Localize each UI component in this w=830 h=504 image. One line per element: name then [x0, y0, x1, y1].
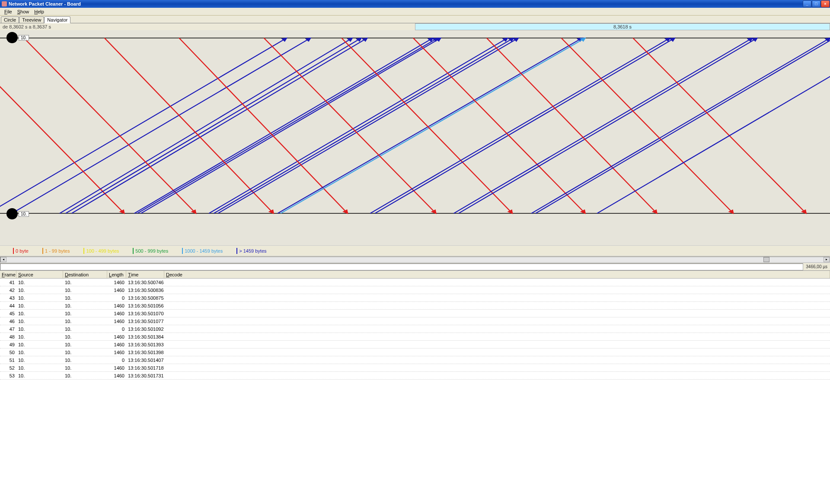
- table-row[interactable]: 4910.10.146013:16:30.501393: [0, 341, 830, 349]
- table-cell: 10.: [16, 288, 63, 293]
- hscroll-row: ◂ ▸: [0, 256, 830, 263]
- packet-table: Frame Source Destination Length Time Dec…: [0, 270, 830, 504]
- table-cell: 13:16:30.501718: [126, 365, 164, 371]
- menu-file[interactable]: File: [2, 9, 15, 15]
- svg-line-19: [264, 38, 436, 213]
- legend-color-icon: [83, 248, 84, 254]
- legend: 0 byte1 - 99 bytes100 - 499 bytes500 - 9…: [0, 245, 830, 256]
- table-row[interactable]: 4210.10.146013:16:30.500836: [0, 286, 830, 294]
- table-cell: 10.: [63, 350, 107, 355]
- svg-line-25: [459, 38, 757, 213]
- table-cell: 53: [0, 373, 16, 378]
- table-row[interactable]: 4410.10.146013:16:30.501056: [0, 302, 830, 310]
- table-header: Frame Source Destination Length Time Dec…: [0, 271, 830, 279]
- filter-input[interactable]: [0, 263, 803, 270]
- app-icon: [2, 1, 7, 6]
- table-cell: 13:16:30.501398: [126, 350, 164, 355]
- svg-line-22: [375, 38, 674, 213]
- table-row[interactable]: 4510.10.146013:16:30.501070: [0, 310, 830, 317]
- legend-color-icon: [42, 248, 43, 254]
- table-row[interactable]: 4710.10.013:16:30.501092: [0, 325, 830, 333]
- table-cell: 13:16:30.501092: [126, 326, 164, 332]
- svg-line-31: [597, 38, 830, 213]
- scroll-thumb[interactable]: [763, 257, 769, 262]
- legend-item: > 1459 bytes: [236, 248, 266, 254]
- col-header-time[interactable]: Time: [126, 271, 164, 278]
- svg-line-11: [141, 38, 441, 213]
- table-cell: 13:16:30.500746: [126, 280, 164, 285]
- table-body[interactable]: 4110.10.146013:16:30.5007464210.10.14601…: [0, 279, 830, 504]
- legend-label: 1 - 99 bytes: [45, 248, 70, 254]
- legend-color-icon: [236, 248, 237, 254]
- menu-help[interactable]: Help: [32, 9, 47, 15]
- svg-line-10: [137, 38, 438, 213]
- svg-line-3: [12, 38, 311, 213]
- table-cell: 10.: [63, 373, 107, 378]
- table-cell: 10.: [63, 280, 107, 285]
- table-row[interactable]: 5210.10.146013:16:30.501718: [0, 364, 830, 372]
- legend-color-icon: [133, 248, 134, 254]
- col-header-dest[interactable]: Destination: [63, 271, 107, 278]
- col-header-frame[interactable]: Frame: [0, 271, 16, 278]
- table-cell: 46: [0, 319, 16, 324]
- host-label-top: 10.: [19, 35, 29, 41]
- span-time-label: 3466,00 µs: [803, 264, 830, 269]
- table-cell: 10.: [16, 334, 63, 339]
- table-row[interactable]: 4810.10.146013:16:30.501384: [0, 333, 830, 341]
- table-cell: 13:16:30.501407: [126, 358, 164, 363]
- scroll-left-button[interactable]: ◂: [0, 257, 6, 262]
- svg-line-5: [60, 38, 352, 213]
- col-header-length[interactable]: Length: [107, 271, 126, 278]
- table-row[interactable]: 5110.10.013:16:30.501407: [0, 356, 830, 364]
- table-cell: 13:16:30.500836: [126, 288, 164, 293]
- table-row[interactable]: 5010.10.146013:16:30.501398: [0, 349, 830, 356]
- menu-show[interactable]: Show: [15, 9, 32, 15]
- table-cell: 10.: [63, 303, 107, 308]
- svg-line-9: [134, 38, 433, 213]
- scroll-right-button[interactable]: ▸: [824, 257, 830, 262]
- svg-line-18: [281, 38, 585, 213]
- horizontal-scrollbar[interactable]: ◂ ▸: [0, 257, 830, 263]
- legend-item: 0 byte: [13, 248, 29, 254]
- table-cell: 1460: [107, 311, 126, 316]
- table-row[interactable]: 4110.10.146013:16:30.500746: [0, 279, 830, 286]
- legend-item: 1 - 99 bytes: [42, 248, 70, 254]
- table-cell: 10.: [63, 358, 107, 363]
- table-cell: 47: [0, 326, 16, 332]
- maximize-button[interactable]: □: [812, 0, 820, 7]
- svg-line-13: [209, 38, 508, 213]
- tabbar: Circle Treeview Navigator: [0, 16, 830, 23]
- table-cell: 10.: [63, 334, 107, 339]
- col-header-decode[interactable]: Decode: [164, 271, 830, 278]
- menubar: File Show Help: [0, 8, 830, 16]
- table-cell: 10.: [16, 280, 63, 285]
- table-cell: 13:16:30.501731: [126, 373, 164, 378]
- table-row[interactable]: 4310.10.013:16:30.500875: [0, 294, 830, 302]
- table-cell: 1460: [107, 334, 126, 339]
- table-cell: 49: [0, 342, 16, 347]
- table-cell: 10.: [63, 365, 107, 371]
- table-cell: 44: [0, 303, 16, 308]
- table-cell: 13:16:30.501077: [126, 319, 164, 324]
- table-cell: 13:16:30.501070: [126, 311, 164, 316]
- minimize-button[interactable]: _: [803, 0, 811, 7]
- table-cell: 41: [0, 280, 16, 285]
- table-row[interactable]: 5310.10.146013:16:30.501731: [0, 372, 830, 380]
- legend-item: 1000 - 1459 bytes: [182, 248, 223, 254]
- table-cell: 10.: [16, 295, 63, 301]
- svg-line-30: [633, 38, 806, 213]
- time-range-label: de 8,3602 s a 8,3637 s: [0, 23, 415, 30]
- table-row[interactable]: 4610.10.146013:16:30.501077: [0, 317, 830, 325]
- svg-line-2: [0, 38, 287, 213]
- close-button[interactable]: ×: [821, 0, 830, 7]
- tab-circle[interactable]: Circle: [1, 16, 19, 23]
- table-cell: 10.: [16, 311, 63, 316]
- tab-navigator[interactable]: Navigator: [44, 16, 70, 23]
- col-header-source[interactable]: Source: [16, 271, 63, 278]
- host-node-bottom[interactable]: 10.: [6, 208, 29, 219]
- table-cell: 0: [107, 358, 126, 363]
- tab-treeview[interactable]: Treeview: [19, 16, 44, 23]
- navigator-chart[interactable]: 10. 10.: [0, 30, 830, 245]
- host-node-top[interactable]: 10.: [6, 32, 29, 43]
- svg-line-27: [531, 38, 830, 213]
